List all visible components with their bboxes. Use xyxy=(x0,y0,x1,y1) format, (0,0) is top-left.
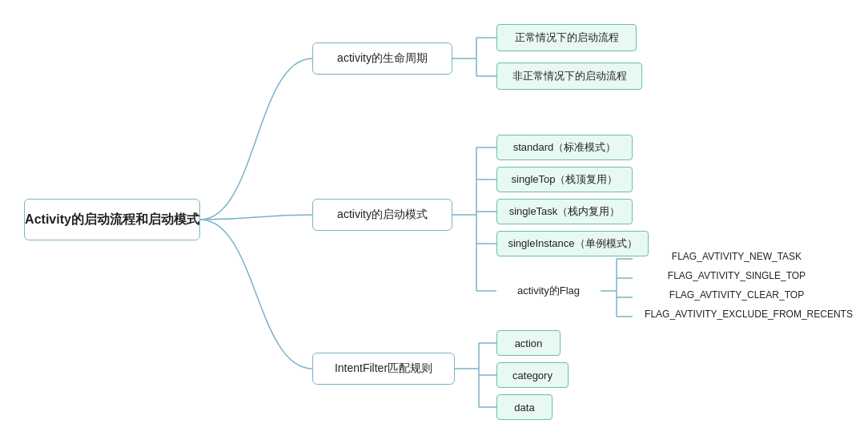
node-normal-launch: 正常情况下的启动流程 xyxy=(496,24,637,51)
node-category: category xyxy=(496,362,569,388)
node-flag-single-top: FLAG_AVTIVITY_SINGLE_TOP xyxy=(633,267,841,285)
node-flag-exclude-recents: FLAG_AVTIVITY_EXCLUDE_FROM_RECENTS xyxy=(633,305,865,323)
level1-intentfilter: IntentFilter匹配规则 xyxy=(312,353,455,385)
node-flag-clear-top: FLAG_AVTIVITY_CLEAR_TOP xyxy=(633,286,841,304)
root-node: Activity的启动流程和启动模式 xyxy=(24,199,200,240)
node-action: action xyxy=(496,330,561,356)
node-singletop: singleTop（栈顶复用） xyxy=(496,167,633,192)
node-flag: activity的Flag xyxy=(496,278,601,304)
node-singleinstance: singleInstance（单例模式） xyxy=(496,231,649,256)
node-singletask: singleTask（栈内复用） xyxy=(496,199,633,224)
node-flag-new-task: FLAG_AVTIVITY_NEW_TASK xyxy=(633,248,841,265)
node-abnormal-launch: 非正常情况下的启动流程 xyxy=(496,63,642,90)
level1-launchmode: activity的启动模式 xyxy=(312,199,452,231)
level1-lifecycle: activity的生命周期 xyxy=(312,42,452,75)
node-data: data xyxy=(496,394,553,420)
node-standard: standard（标准模式） xyxy=(496,135,633,160)
